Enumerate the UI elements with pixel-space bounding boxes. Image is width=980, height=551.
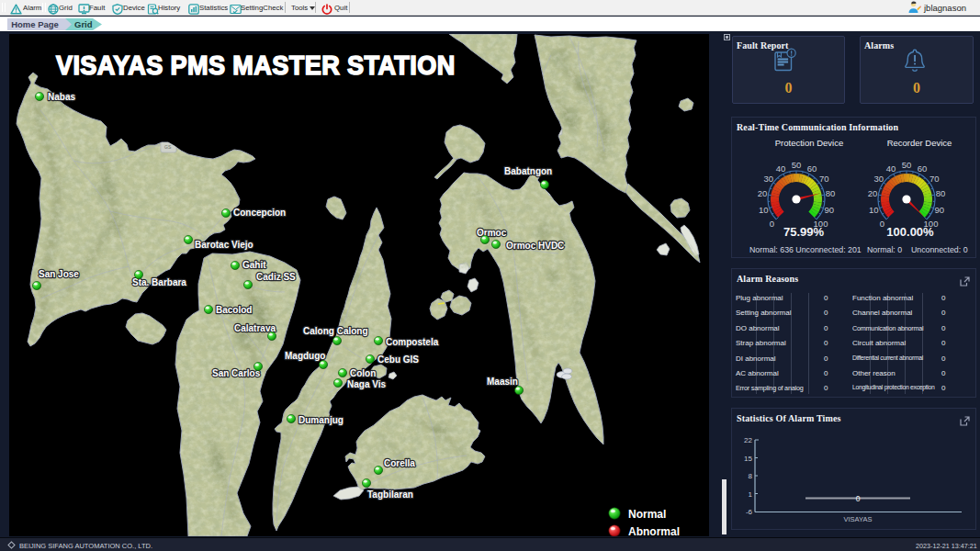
svg-text:Calatrava: Calatrava: [234, 323, 276, 333]
svg-text:30: 30: [763, 174, 773, 184]
svg-text:Abnormal: Abnormal: [628, 525, 680, 536]
svg-text:Naga Vis: Naga Vis: [347, 379, 386, 389]
svg-text:Babatngon: Babatngon: [504, 166, 552, 176]
svg-text:GS: GS: [164, 144, 172, 150]
svg-text:-6: -6: [746, 508, 753, 516]
svg-text:20: 20: [758, 188, 768, 198]
svg-text:60: 60: [807, 163, 817, 174]
svg-text:Concepcion: Concepcion: [233, 208, 286, 218]
svg-text:8: 8: [749, 472, 753, 480]
svg-text:VISAYAS PMS MASTER STATION: VISAYAS PMS MASTER STATION: [56, 50, 456, 80]
svg-text:70: 70: [819, 174, 829, 184]
svg-text:San Carlos: San Carlos: [212, 368, 261, 378]
svg-text:10: 10: [869, 205, 879, 215]
svg-text:Barotac Viejo: Barotac Viejo: [195, 240, 253, 250]
svg-text:60: 60: [918, 163, 928, 174]
svg-text:15: 15: [744, 455, 752, 463]
svg-text:Dumanjug: Dumanjug: [299, 415, 344, 425]
svg-text:20: 20: [868, 188, 878, 198]
svg-text:Nabas: Nabas: [48, 92, 75, 102]
svg-text:80: 80: [826, 188, 836, 198]
svg-text:50: 50: [902, 160, 912, 170]
svg-text:Magdugo: Magdugo: [285, 351, 325, 361]
svg-text:Ormoc HVDC: Ormoc HVDC: [506, 241, 564, 251]
svg-text:Compostela: Compostela: [386, 337, 439, 347]
svg-text:Maasin: Maasin: [487, 377, 518, 387]
svg-text:Sta. Barbara: Sta. Barbara: [132, 277, 186, 287]
svg-text:70: 70: [929, 174, 940, 184]
svg-text:10: 10: [759, 205, 769, 215]
svg-text:90: 90: [934, 205, 944, 215]
svg-text:80: 80: [936, 188, 946, 198]
svg-text:Normal: Normal: [628, 508, 666, 521]
svg-text:90: 90: [824, 205, 834, 215]
svg-text:40: 40: [886, 163, 896, 174]
svg-text:22: 22: [744, 436, 752, 444]
svg-text:San Jose: San Jose: [39, 269, 79, 279]
svg-text:Calong Calong: Calong Calong: [303, 326, 368, 336]
svg-text:VISAYAS: VISAYAS: [844, 515, 873, 523]
svg-text:Colon: Colon: [350, 368, 376, 378]
svg-text:1: 1: [749, 490, 753, 499]
svg-text:30: 30: [873, 174, 884, 184]
svg-text:Cebu GIS: Cebu GIS: [377, 354, 419, 365]
svg-text:Corella: Corella: [384, 458, 415, 468]
svg-text:Bacolod: Bacolod: [216, 305, 252, 315]
svg-text:40: 40: [776, 163, 786, 174]
svg-text:Tagbilaran: Tagbilaran: [367, 489, 413, 500]
svg-text:Ormoc: Ormoc: [477, 228, 507, 238]
svg-text:0: 0: [856, 494, 861, 503]
svg-text:50: 50: [792, 160, 802, 170]
svg-text:Gahit: Gahit: [242, 260, 266, 270]
svg-text:Cadiz SS: Cadiz SS: [256, 272, 296, 282]
